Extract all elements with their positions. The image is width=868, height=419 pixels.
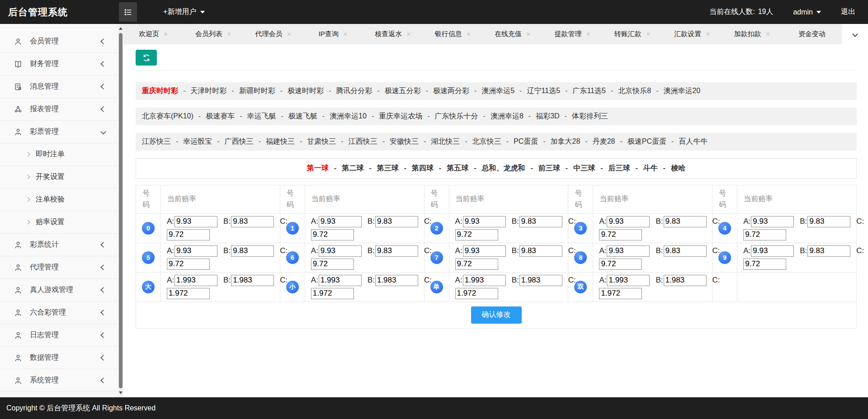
lottery-link[interactable]: 丹麦28: [593, 137, 615, 145]
lottery-link[interactable]: 北京快乐8: [618, 87, 651, 94]
number-badge[interactable]: 6: [286, 251, 299, 264]
tab-close-icon[interactable]: ×: [287, 31, 291, 38]
refresh-button[interactable]: [136, 50, 157, 66]
tab-close-icon[interactable]: ×: [406, 31, 410, 38]
number-badge[interactable]: 3: [574, 222, 587, 235]
sidebar-item-9[interactable]: 日志管理: [0, 324, 118, 347]
position-tab[interactable]: 第五球: [447, 164, 468, 172]
sidebar-item-11[interactable]: 系统管理: [0, 369, 118, 392]
odds-input-b[interactable]: [375, 275, 418, 286]
position-tab[interactable]: 第二球: [342, 164, 363, 172]
sidebar-subitem[interactable]: 赔率设置: [0, 211, 118, 234]
number-badge[interactable]: 4: [718, 222, 731, 235]
odds-input-c[interactable]: [455, 259, 498, 270]
lottery-link[interactable]: 腾讯分分彩: [336, 87, 372, 94]
number-badge[interactable]: 7: [430, 251, 443, 264]
odds-input-c[interactable]: [311, 259, 354, 270]
lottery-link[interactable]: PC蛋蛋: [514, 137, 538, 145]
number-badge[interactable]: 0: [142, 222, 155, 235]
tabs-overflow-button[interactable]: [842, 24, 868, 44]
lottery-link[interactable]: 幸运飞艇: [247, 112, 276, 120]
odds-input-a[interactable]: [319, 216, 362, 227]
odds-input-b[interactable]: [231, 275, 274, 286]
lottery-link[interactable]: 甘肃快三: [307, 137, 336, 145]
tab-2[interactable]: 代理会员×: [243, 24, 303, 44]
sidebar-item-2[interactable]: 消息管理: [0, 75, 118, 98]
lottery-link[interactable]: 极速五分彩: [385, 87, 421, 94]
odds-input-c[interactable]: [167, 259, 210, 270]
sidebar-subitem[interactable]: 即时注单: [0, 143, 118, 166]
lottery-link[interactable]: 江苏快三: [142, 137, 171, 145]
position-tab[interactable]: 梭哈: [671, 164, 685, 172]
tab-5[interactable]: 银行信息×: [423, 24, 482, 44]
lottery-link[interactable]: 广东11选5: [572, 87, 606, 94]
odds-input-b[interactable]: [519, 245, 562, 257]
odds-input-b[interactable]: [375, 245, 418, 257]
odds-input-c[interactable]: [599, 288, 642, 299]
tab-8[interactable]: 转账汇款×: [602, 24, 662, 44]
sidebar-subitem[interactable]: 开奖设置: [0, 166, 118, 188]
lottery-link[interactable]: 安徽快三: [390, 137, 419, 145]
lottery-link[interactable]: 体彩排列三: [572, 112, 608, 120]
lottery-link[interactable]: 澳洲幸运20: [663, 87, 700, 94]
odds-input-b[interactable]: [231, 216, 274, 227]
tab-close-icon[interactable]: ×: [164, 31, 168, 38]
lottery-link[interactable]: 北京赛车(PK10): [142, 112, 193, 120]
scroll-down-button[interactable]: [118, 389, 123, 396]
number-badge[interactable]: 2: [430, 222, 443, 235]
lottery-link[interactable]: 极速两分彩: [433, 87, 469, 94]
odds-input-b[interactable]: [664, 216, 707, 227]
number-badge[interactable]: 双: [574, 281, 587, 293]
position-tab[interactable]: 前三球: [538, 164, 560, 172]
odds-input-a[interactable]: [751, 245, 794, 257]
position-tab[interactable]: 中三球: [573, 164, 595, 172]
tab-close-icon[interactable]: ×: [646, 31, 650, 38]
tab-9[interactable]: 汇款设置×: [662, 24, 722, 44]
lottery-link[interactable]: 极速时时彩: [288, 87, 324, 94]
tab-4[interactable]: 核查返水×: [363, 24, 423, 44]
sidebar-item-8[interactable]: 六合彩管理: [0, 301, 118, 324]
lottery-link[interactable]: 江西快三: [349, 137, 377, 145]
confirm-modify-button[interactable]: 确认修改: [471, 306, 522, 324]
position-tab[interactable]: 第四球: [412, 164, 434, 172]
sidebar-item-1[interactable]: 财务管理: [0, 53, 118, 75]
odds-input-a[interactable]: [175, 245, 217, 257]
odds-input-b[interactable]: [519, 216, 562, 227]
lottery-link[interactable]: 广西快三: [225, 137, 254, 145]
lottery-link[interactable]: 极速PC蛋蛋: [627, 137, 666, 145]
lottery-link[interactable]: 重庆幸运农场: [379, 112, 422, 120]
number-badge[interactable]: 5: [142, 251, 155, 264]
tab-1[interactable]: 会员列表×: [183, 24, 243, 44]
tab-close-icon[interactable]: ×: [766, 31, 770, 38]
sidebar-item-7[interactable]: 真人游戏管理: [0, 279, 118, 301]
odds-input-a[interactable]: [607, 275, 650, 286]
position-tab[interactable]: 第三球: [377, 164, 399, 172]
lottery-link[interactable]: 福彩3D: [536, 112, 559, 120]
number-badge[interactable]: 9: [718, 251, 731, 264]
lottery-link[interactable]: 新疆时时彩: [239, 87, 275, 94]
odds-input-b[interactable]: [664, 245, 707, 257]
odds-input-a[interactable]: [607, 216, 650, 227]
odds-input-b[interactable]: [519, 275, 562, 286]
position-tab[interactable]: 第一球: [307, 164, 329, 172]
odds-input-a[interactable]: [319, 245, 362, 257]
odds-input-a[interactable]: [319, 275, 362, 286]
lottery-link[interactable]: 幸运骰宝: [183, 137, 212, 145]
tab-10[interactable]: 加款扣款×: [722, 24, 782, 44]
odds-input-c[interactable]: [743, 259, 786, 270]
tab-7[interactable]: 提款管理×: [542, 24, 602, 44]
sidebar-item-6[interactable]: 代理管理: [0, 256, 118, 279]
number-badge[interactable]: 小: [286, 281, 299, 293]
lottery-link[interactable]: 极速赛车: [206, 112, 235, 120]
sidebar-item-4[interactable]: 彩票管理: [0, 121, 118, 143]
lottery-link[interactable]: 重庆时时彩: [142, 87, 178, 94]
odds-input-b[interactable]: [807, 216, 850, 227]
odds-input-c[interactable]: [167, 229, 210, 240]
tab-close-icon[interactable]: ×: [343, 31, 347, 38]
odds-input-a[interactable]: [607, 245, 650, 257]
tab-close-icon[interactable]: ×: [706, 31, 710, 38]
sidebar-item-3[interactable]: 报表管理: [0, 98, 118, 121]
odds-input-b[interactable]: [231, 245, 274, 257]
number-badge[interactable]: 单: [430, 281, 443, 293]
odds-input-a[interactable]: [751, 216, 794, 227]
